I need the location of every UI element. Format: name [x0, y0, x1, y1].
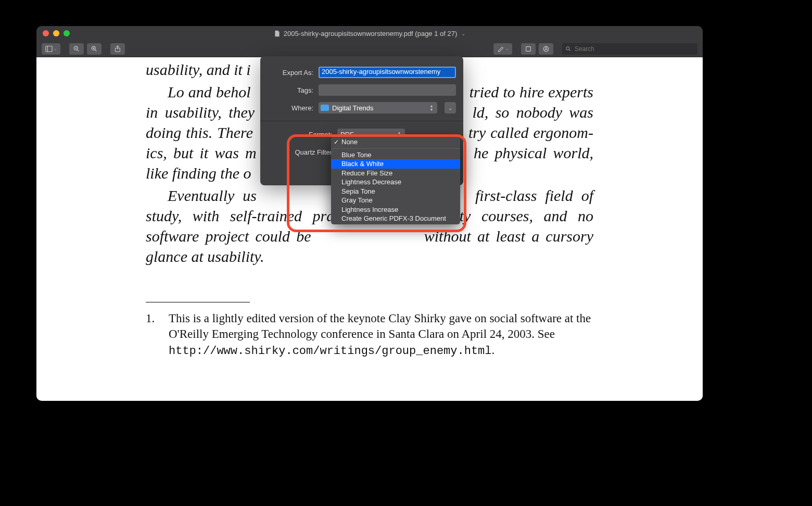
footnote-number: 1.	[146, 311, 158, 359]
svg-line-6	[95, 49, 96, 51]
svg-point-13	[566, 46, 569, 49]
svg-line-14	[569, 49, 570, 51]
where-folder-name: Digital Trends	[332, 104, 425, 112]
footnote-rule	[146, 302, 250, 302]
quartz-option[interactable]: Create Generic PDFX-3 Document	[331, 214, 460, 223]
quartz-option[interactable]: Black & White	[331, 159, 460, 169]
quartz-filter-label: Quartz Filter	[268, 148, 332, 156]
quartz-option[interactable]: None	[331, 137, 460, 147]
tags-input[interactable]	[319, 84, 456, 96]
svg-rect-0	[45, 46, 52, 52]
window-title: 2005-shirky-agroupisitsownworstenemy.pdf…	[36, 30, 703, 37]
format-label: Format:	[268, 131, 332, 138]
folder-icon	[321, 105, 329, 111]
footnote: 1. This is a lightly edited version of t…	[146, 311, 593, 359]
search-icon	[565, 46, 572, 52]
share-button[interactable]	[110, 43, 125, 55]
footnote-text: This is a lightly edited version of the …	[169, 311, 593, 359]
minimize-window-button[interactable]	[53, 30, 59, 36]
quartz-option[interactable]: Lightness Increase	[331, 205, 460, 214]
tags-row: Tags:	[260, 81, 463, 99]
zoom-out-button[interactable]	[69, 43, 84, 55]
highlight-button[interactable]: ⌄	[493, 43, 512, 55]
markup-button[interactable]	[539, 43, 553, 55]
quartz-option[interactable]: Gray Tone	[331, 196, 460, 205]
chevron-down-icon[interactable]: ⌄	[461, 31, 465, 36]
close-window-button[interactable]	[43, 30, 49, 36]
quartz-option[interactable]: Reduce File Size	[331, 169, 460, 178]
svg-rect-11	[526, 46, 531, 51]
zoom-in-button[interactable]	[87, 43, 102, 55]
traffic-lights	[43, 30, 70, 36]
where-row: Where: Digital Trends ▲▼ ⌄	[260, 99, 463, 117]
where-label: Where:	[268, 104, 313, 112]
expand-where-button[interactable]: ⌄	[445, 102, 456, 113]
export-filename-input[interactable]: 2005-shirky-agroupisitsownworstenemy	[319, 67, 456, 78]
quartz-filter-dropdown[interactable]: NoneBlue ToneBlack & WhiteReduce File Si…	[331, 136, 460, 224]
quartz-option[interactable]: Lightness Decrease	[331, 178, 460, 187]
search-field[interactable]	[562, 43, 697, 55]
title-text: 2005-shirky-agroupisitsownworstenemy.pdf…	[284, 30, 458, 37]
toolbar: ⌄ ⌄	[36, 41, 703, 57]
titlebar: 2005-shirky-agroupisitsownworstenemy.pdf…	[36, 26, 703, 41]
rotate-button[interactable]	[521, 43, 536, 55]
tags-label: Tags:	[268, 86, 313, 94]
export-as-row: Export As: 2005-shirky-agroupisitsownwor…	[260, 56, 463, 81]
svg-line-3	[77, 49, 79, 51]
footnote-url: http://www.shirky.com/writings/group_ene…	[169, 345, 492, 358]
sidebar-toggle-button[interactable]: ⌄	[42, 43, 60, 55]
updown-icon: ▲▼	[428, 103, 435, 112]
document-icon	[274, 30, 281, 37]
quartz-option[interactable]: Sepia Tone	[331, 187, 460, 196]
dropdown-separator	[331, 148, 460, 149]
sheet-divider	[260, 121, 463, 121]
export-as-label: Export As:	[268, 69, 313, 77]
quartz-option[interactable]: Blue Tone	[331, 150, 460, 160]
search-input[interactable]	[575, 45, 694, 53]
where-select[interactable]: Digital Trends ▲▼	[319, 102, 437, 113]
zoom-window-button[interactable]	[64, 30, 70, 36]
